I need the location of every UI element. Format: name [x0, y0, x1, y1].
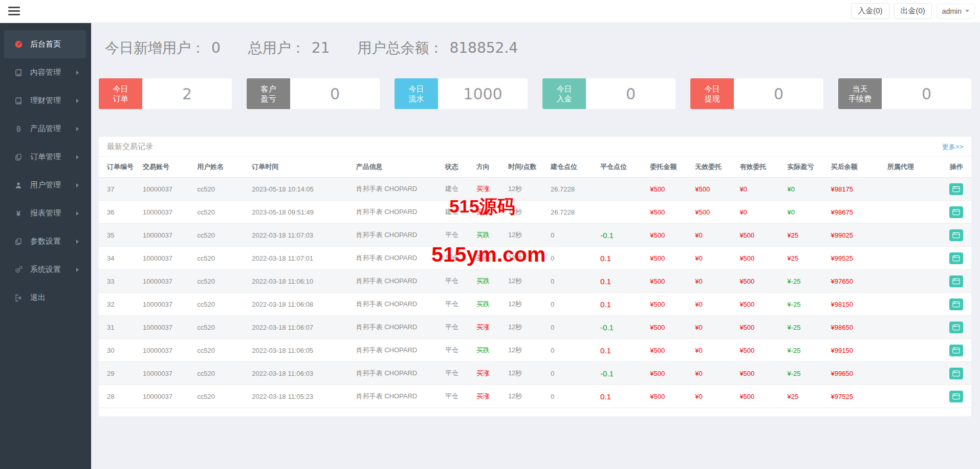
order-detail-button[interactable] — [949, 206, 963, 218]
cell-direction: 买跌 — [474, 224, 506, 247]
cell-close: -0.1 — [598, 316, 648, 339]
cell-duration: 12秒 — [506, 293, 549, 316]
cell-agent — [885, 178, 944, 201]
chevron-right-icon — [76, 99, 79, 103]
sidebar-item-order[interactable]: 订单管理 — [4, 143, 86, 171]
cell-name: cc520 — [195, 270, 250, 293]
cell-profit: ¥-25 — [785, 270, 829, 293]
sidebar-item-params[interactable]: 参数设置 — [4, 227, 86, 255]
cell-name: cc520 — [195, 224, 250, 247]
stat-card-label: 今日入金 — [542, 78, 586, 109]
stat-card: 当天手续费 0 — [838, 78, 971, 109]
cell-product: 肖邦手表 CHOPARD — [354, 178, 443, 201]
withdraw-button[interactable]: 出金(0) — [894, 3, 932, 19]
cell-balance: ¥99525 — [829, 247, 885, 270]
cell-close — [598, 201, 648, 224]
order-detail-button[interactable] — [949, 391, 963, 402]
trades-panel-title: 最新交易记录 — [107, 142, 153, 152]
order-detail-button[interactable] — [949, 252, 963, 264]
column-header: 有效委托 — [737, 157, 785, 178]
stat-card-value: 0 — [734, 78, 823, 109]
cell-name: cc520 — [195, 316, 250, 339]
column-header: 产品信息 — [354, 157, 443, 178]
cell-amount: ¥500 — [648, 362, 693, 385]
cell-open: 26.7228 — [549, 178, 598, 201]
sidebar-item-label: 系统设置 — [30, 265, 76, 274]
order-detail-button[interactable] — [949, 275, 963, 287]
cell-action — [944, 316, 971, 339]
cell-open: 0 — [549, 339, 598, 362]
cell-close: 0.1 — [598, 247, 648, 270]
order-detail-button[interactable] — [949, 183, 963, 195]
sidebar-item-home[interactable]: 后台首页 — [4, 30, 86, 58]
chevron-right-icon — [76, 183, 79, 187]
cell-time: 2022-03-18 11:07:01 — [250, 247, 354, 270]
stat-card: 客户盈亏 0 — [247, 78, 380, 109]
cell-id: 33 — [99, 270, 141, 293]
column-header: 方向 — [474, 157, 506, 178]
topbar: 入金(0) 出金(0) admin — [0, 0, 980, 23]
cell-invalid: ¥0 — [693, 339, 737, 362]
stat-cards: 今日订单 2 客户盈亏 0 今日流水 1000 今日入金 0 今日提现 0 当天… — [99, 78, 971, 109]
stat-total-users-value: 21 — [312, 39, 330, 56]
cell-action — [944, 178, 971, 201]
column-header: 建仓点位 — [549, 157, 598, 178]
cell-valid: ¥500 — [737, 293, 785, 316]
column-header: 订单时间 — [250, 157, 354, 178]
cell-duration: 12秒 — [506, 247, 549, 270]
order-detail-button[interactable] — [949, 299, 963, 310]
cell-duration: 12秒 — [506, 385, 549, 408]
cell-profit: ¥-25 — [785, 316, 829, 339]
cell-time: 2022-03-18 11:06:08 — [250, 293, 354, 316]
sidebar-item-label: 产品管理 — [30, 124, 76, 134]
sidebar-item-report[interactable]: ¥ 报表管理 — [4, 199, 86, 227]
sidebar-item-finance[interactable]: 理财管理 — [4, 87, 86, 115]
deposit-button[interactable]: 入金(0) — [851, 3, 889, 19]
more-link[interactable]: 更多>> — [942, 142, 963, 152]
order-detail-button[interactable] — [949, 322, 963, 333]
column-header: 交易账号 — [141, 157, 195, 178]
cell-account: 10000037 — [141, 339, 195, 362]
stat-card-label: 今日订单 — [99, 78, 142, 109]
cell-amount: ¥500 — [648, 270, 693, 293]
stat-card-value: 0 — [290, 78, 380, 109]
cell-invalid: ¥0 — [693, 247, 737, 270]
cell-invalid: ¥0 — [693, 270, 737, 293]
order-detail-button[interactable] — [949, 368, 963, 379]
cell-status: 平仓 — [443, 270, 474, 293]
user-menu-label: admin — [942, 7, 962, 15]
column-header: 时间/点数 — [506, 157, 549, 178]
cell-account: 10000037 — [141, 224, 195, 247]
cell-direction: 买跌 — [474, 293, 506, 316]
stat-card-label: 客户盈亏 — [247, 78, 290, 109]
cell-invalid: ¥0 — [693, 316, 737, 339]
cell-amount: ¥500 — [648, 293, 693, 316]
column-header: 操作 — [944, 157, 971, 178]
cell-invalid: ¥500 — [693, 178, 737, 201]
sidebar-item-system[interactable]: 系统设置 — [4, 255, 86, 284]
cell-profit: ¥0 — [785, 201, 829, 224]
cell-product: 肖邦手表 CHOPARD — [354, 293, 443, 316]
cell-valid: ¥500 — [737, 247, 785, 270]
cell-valid: ¥500 — [737, 362, 785, 385]
stat-card-value: 1000 — [438, 78, 528, 109]
sidebar-item-content[interactable]: 内容管理 — [4, 58, 86, 87]
column-header: 所属代理 — [885, 157, 944, 178]
order-detail-button[interactable] — [949, 229, 963, 241]
user-menu[interactable]: admin — [937, 4, 975, 19]
cell-product: 肖邦手表 CHOPARD — [354, 201, 443, 224]
sidebar-item-user[interactable]: 用户管理 — [4, 171, 86, 199]
cell-direction: 买涨 — [474, 316, 506, 339]
cell-balance: ¥99025 — [829, 224, 885, 247]
sidebar-item-product[interactable]: 产品管理 — [4, 115, 86, 143]
sidebar-item-logout[interactable]: 退出 — [4, 284, 86, 312]
cell-agent — [885, 247, 944, 270]
cell-balance: ¥99150 — [829, 339, 885, 362]
table-row: 2810000037cc5202022-03-18 11:05:23肖邦手表 C… — [99, 385, 971, 408]
stat-new-users-label: 今日新增用户： — [105, 38, 205, 58]
hamburger-icon[interactable] — [8, 7, 20, 15]
cell-close: 0.1 — [598, 339, 648, 362]
order-detail-button[interactable] — [949, 345, 963, 356]
cell-account: 10000037 — [141, 385, 195, 408]
stat-card: 今日订单 2 — [99, 78, 232, 109]
